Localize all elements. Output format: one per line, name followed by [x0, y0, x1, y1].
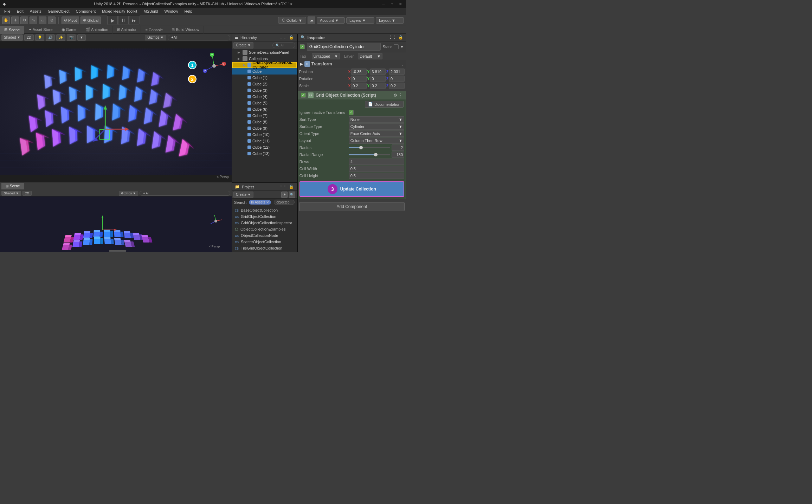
radius-value[interactable]: 2 [392, 144, 404, 151]
collab-button[interactable]: ⬡ Collab ▼ [278, 17, 306, 24]
proj-item-grid-inspector[interactable]: cs GridObjectCollectionInspector [232, 220, 297, 226]
hier-item-cube-1[interactable]: Cube (1) [232, 75, 297, 81]
project-create[interactable]: Create ▼ [233, 192, 253, 198]
hierarchy-search[interactable]: 🔍 All [272, 43, 295, 48]
script-settings-icon[interactable]: ⚙ [393, 93, 397, 98]
tab-game[interactable]: ◉ Game [57, 26, 81, 34]
project-menu-icon[interactable]: ⋮⋮ [279, 185, 287, 189]
menu-file[interactable]: File [1, 8, 13, 14]
hier-item-cube-10[interactable]: Cube (10) [232, 131, 297, 138]
radial-range-track[interactable] [349, 154, 390, 155]
cell-height-field[interactable]: 0.5 [349, 173, 404, 179]
go-active-checkbox[interactable]: ✓ [300, 44, 305, 49]
scene-search[interactable]: ✦All [168, 35, 230, 40]
tag-dropdown[interactable]: Untagged ▼ [312, 53, 340, 59]
scale-z-field[interactable]: 0.2 [389, 83, 405, 89]
proj-item-scatter[interactable]: cs ScatterObjectCollection [232, 239, 297, 245]
rect-tool[interactable]: ▭ [39, 17, 46, 24]
static-dropdown-arrow[interactable]: ▼ [400, 45, 404, 49]
proj-item-node[interactable]: cs ObjectCollectionNode [232, 232, 297, 239]
rows-field[interactable]: 4 [349, 159, 404, 165]
tab-animation[interactable]: 🎬 Animation [81, 26, 113, 34]
proj-item-examples[interactable]: ⬡ ObjectCollectionExamples [232, 226, 297, 232]
hier-item-cube-2[interactable]: Cube (2) [232, 81, 297, 87]
position-z-field[interactable]: 2.031 [389, 69, 405, 75]
pause-button[interactable]: ⏸ [118, 16, 129, 25]
2d-btn-bottom[interactable]: 2D [22, 191, 32, 196]
layer-dropdown[interactable]: Default ▼ [358, 53, 382, 59]
proj-item-grid[interactable]: cs GridObjectCollection [232, 213, 297, 220]
surface-type-dropdown[interactable]: Cylinder ▼ [349, 123, 404, 130]
gizmos-button[interactable]: Gizmos ▼ [145, 35, 166, 40]
cell-width-field[interactable]: 0.5 [349, 166, 404, 172]
project-search-input[interactable]: objectco [274, 200, 294, 205]
camera-button[interactable]: 📷 [67, 34, 76, 41]
layers-dropdown[interactable]: Layers ▼ [346, 17, 374, 24]
scale-x-field[interactable]: 0.2 [351, 83, 366, 89]
hier-item-cube-6[interactable]: Cube (6) [232, 106, 297, 112]
radius-track[interactable] [349, 147, 390, 148]
transform-tool[interactable]: ⊕ [48, 17, 56, 24]
menu-window[interactable]: Window [161, 8, 181, 14]
position-x-field[interactable]: -0.35 [351, 69, 366, 75]
inspector-menu-icon[interactable]: ⋮⋮ [388, 35, 396, 40]
close-button[interactable]: ✕ [398, 1, 403, 7]
tab-animator[interactable]: ⊞ Animator [113, 26, 141, 34]
hier-item-cube-7[interactable]: Cube (7) [232, 112, 297, 119]
maximize-button[interactable]: □ [389, 1, 395, 7]
play-button[interactable]: ▶ [107, 16, 118, 25]
script-menu-icon[interactable]: ⋮ [399, 93, 403, 98]
hier-item-gridcollection[interactable]: ▶ GridObjectCollection-Cylinder [232, 62, 297, 68]
tab-scene-bottom[interactable]: ⊞ Scene [1, 183, 24, 189]
documentation-button[interactable]: 📄 Documentation [365, 101, 404, 108]
tab-build[interactable]: ⊞ Build Window [167, 26, 204, 34]
fx-button[interactable]: ✨ [56, 34, 65, 41]
position-y-field[interactable]: 3.819 [370, 69, 385, 75]
menu-gameobject[interactable]: GameObject [45, 8, 72, 14]
pivot-button[interactable]: ⊙ Pivot [62, 17, 79, 24]
hierarchy-create[interactable]: Create ▼ [233, 42, 253, 49]
radial-range-value[interactable]: 180 [392, 151, 404, 158]
hier-item-cube-5[interactable]: Cube (5) [232, 100, 297, 106]
hand-tool[interactable]: ✋ [2, 17, 10, 24]
hier-item-cube-12[interactable]: Cube (12) [232, 144, 297, 150]
script-active-checkbox[interactable]: ✓ [301, 93, 306, 98]
hier-item-cube-4[interactable]: Cube (4) [232, 93, 297, 100]
lighting-button[interactable]: 💡 [35, 34, 44, 41]
tab-console[interactable]: ≡ Console [141, 26, 167, 34]
menu-mixed-reality[interactable]: Mixed Reality Toolkit [99, 8, 140, 14]
hier-item-cube-13[interactable]: Cube (13) [232, 150, 297, 157]
layout-dropdown-field[interactable]: Column Then Row ▼ [349, 137, 404, 144]
menu-assets[interactable]: Assets [27, 8, 44, 14]
add-component-button[interactable]: Add Component [299, 202, 405, 211]
radius-thumb[interactable] [359, 146, 363, 149]
tab-scene[interactable]: ⊞ Scene [0, 26, 24, 34]
hier-item-scenedescription[interactable]: ▶ SceneDescriptionPanel [232, 49, 297, 56]
rotation-z-field[interactable]: 0 [389, 76, 405, 82]
gizmos-btn-bottom[interactable]: Gizmos ▼ [119, 191, 138, 196]
update-collection-button[interactable]: 3 Update Collection [299, 181, 404, 197]
hier-item-cube-3[interactable]: Cube (3) [232, 87, 297, 93]
extra-button[interactable]: ▼ [77, 34, 86, 41]
scale-tool[interactable]: ⤡ [30, 17, 37, 24]
hierarchy-menu-icon[interactable]: ⋮⋮ [279, 35, 287, 40]
in-assets-badge[interactable]: In Assets ✕ [249, 200, 271, 205]
static-checkbox[interactable] [394, 44, 399, 49]
go-name-input[interactable]: GridObjectCollection-Cylinder [307, 43, 381, 51]
transform-menu[interactable]: ⋮ [400, 62, 404, 66]
menu-help[interactable]: Help [182, 8, 195, 14]
rotation-x-field[interactable]: 0 [351, 76, 366, 82]
rotate-tool[interactable]: ↻ [20, 17, 28, 24]
shading-dropdown[interactable]: Shaded ▼ [1, 34, 23, 41]
project-eye-btn[interactable]: 👁 [281, 192, 288, 198]
2d-button[interactable]: 2D [24, 34, 34, 41]
hier-item-cube-9[interactable]: Cube (9) [232, 125, 297, 131]
ignore-inactive-checkbox[interactable]: ✓ [349, 110, 354, 115]
menu-msbuild[interactable]: MSBuild [141, 8, 161, 14]
step-button[interactable]: ⏭ [129, 16, 140, 25]
proj-item-base[interactable]: cs BaseObjectCollection [232, 207, 297, 213]
layout-dropdown[interactable]: Layout ▼ [376, 17, 404, 24]
account-dropdown[interactable]: Account ▼ [317, 17, 345, 24]
move-tool[interactable]: ✛ [11, 17, 19, 24]
orient-type-dropdown[interactable]: Face Center Axis ▼ [349, 130, 404, 137]
